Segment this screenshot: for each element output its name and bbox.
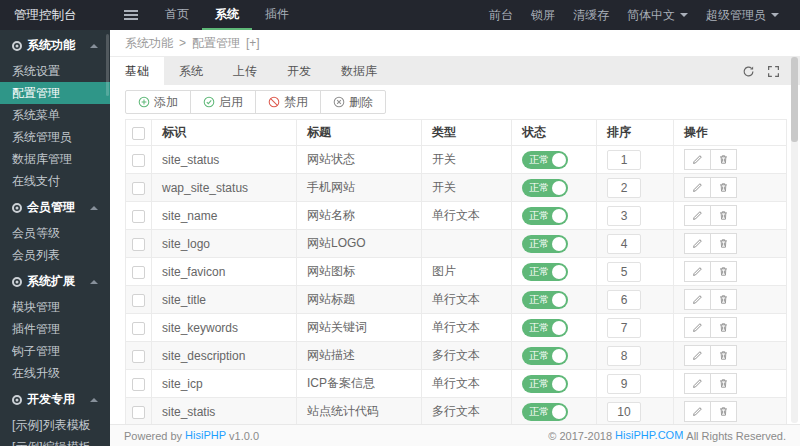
sidebar-item-system-settings[interactable]: 系统设置 [0, 60, 110, 82]
disable-button[interactable]: 禁用 [255, 91, 320, 113]
tab-basic[interactable]: 基础 [110, 57, 164, 85]
sidebar-item-hook-management[interactable]: 钩子管理 [0, 340, 110, 362]
nav-item-home[interactable]: 首页 [152, 0, 202, 30]
row-checkbox[interactable] [132, 378, 145, 391]
row-checkbox[interactable] [132, 154, 145, 167]
sidebar-item-module-management[interactable]: 模块管理 [0, 296, 110, 318]
user-dropdown[interactable]: 超级管理员 [697, 7, 788, 24]
frontend-link[interactable]: 前台 [480, 7, 522, 24]
delete-row-button[interactable] [710, 289, 737, 310]
sidebar-item-system-menu[interactable]: 系统菜单 [0, 104, 110, 126]
edit-button[interactable] [684, 261, 711, 282]
clear-cache-link[interactable]: 清缓存 [564, 7, 618, 24]
row-checkbox[interactable] [132, 266, 145, 279]
status-toggle[interactable]: 正常 [522, 151, 568, 169]
delete-row-button[interactable] [710, 205, 737, 226]
delete-row-button[interactable] [710, 177, 737, 198]
row-checkbox[interactable] [132, 182, 145, 195]
select-all-checkbox[interactable] [132, 127, 145, 140]
status-toggle[interactable]: 正常 [522, 235, 568, 253]
sort-input[interactable] [607, 290, 641, 310]
row-checkbox[interactable] [132, 294, 145, 307]
tab-database[interactable]: 数据库 [326, 57, 392, 85]
edit-button[interactable] [684, 373, 711, 394]
hisiphp-link[interactable]: HisiPHP [185, 429, 226, 441]
status-toggle[interactable]: 正常 [522, 179, 568, 197]
edit-button[interactable] [684, 345, 711, 366]
sidebar-item-plugin-management[interactable]: 插件管理 [0, 318, 110, 340]
nav-item-plugins[interactable]: 插件 [252, 0, 302, 30]
caret-down-icon [680, 13, 688, 17]
row-checkbox[interactable] [132, 210, 145, 223]
sidebar-section-system[interactable]: 系统功能 [0, 30, 110, 60]
sidebar-section-extensions[interactable]: 系统扩展 [0, 266, 110, 296]
edit-button[interactable] [684, 149, 711, 170]
sidebar-item-example-list-template[interactable]: [示例]列表模板 [0, 414, 110, 436]
status-toggle[interactable]: 正常 [522, 263, 568, 281]
tab-upload[interactable]: 上传 [218, 57, 272, 85]
delete-button[interactable]: 删除 [320, 91, 385, 113]
tab-system[interactable]: 系统 [164, 57, 218, 85]
sidebar-item-member-list[interactable]: 会员列表 [0, 244, 110, 266]
delete-row-button[interactable] [710, 317, 737, 338]
edit-button[interactable] [684, 205, 711, 226]
hisiphp-com-link[interactable]: HisiPHP.COM [615, 429, 683, 441]
sort-input[interactable] [607, 262, 641, 282]
row-checkbox[interactable] [132, 406, 145, 419]
sort-input[interactable] [607, 346, 641, 366]
sort-input[interactable] [607, 402, 641, 422]
edit-button[interactable] [684, 177, 711, 198]
status-toggle[interactable]: 正常 [522, 375, 568, 393]
sidebar-section-members[interactable]: 会员管理 [0, 192, 110, 222]
sidebar-item-online-payment[interactable]: 在线支付 [0, 170, 110, 192]
status-toggle[interactable]: 正常 [522, 403, 568, 421]
fullscreen-icon[interactable] [767, 65, 780, 78]
toggle-knob [552, 209, 566, 223]
sort-input[interactable] [607, 206, 641, 226]
status-toggle[interactable]: 正常 [522, 347, 568, 365]
edit-button[interactable] [684, 233, 711, 254]
delete-row-button[interactable] [710, 345, 737, 366]
sidebar-item-example-edit-template[interactable]: [示例]编辑模板 [0, 436, 110, 446]
sidebar-item-config-management[interactable]: 配置管理 [0, 82, 110, 104]
sort-input[interactable] [607, 150, 641, 170]
page-scrollbar[interactable] [791, 57, 798, 423]
cell-title: 手机网站 [297, 174, 422, 202]
refresh-icon[interactable] [742, 65, 755, 78]
status-toggle[interactable]: 正常 [522, 319, 568, 337]
sort-input[interactable] [607, 234, 641, 254]
sidebar-item-system-admins[interactable]: 系统管理员 [0, 126, 110, 148]
sidebar-toggle-button[interactable] [110, 0, 152, 30]
sidebar-item-database-management[interactable]: 数据库管理 [0, 148, 110, 170]
nav-item-system[interactable]: 系统 [202, 0, 252, 30]
sort-input[interactable] [607, 178, 641, 198]
delete-row-button[interactable] [710, 149, 737, 170]
delete-row-button[interactable] [710, 401, 737, 422]
status-toggle[interactable]: 正常 [522, 291, 568, 309]
breadcrumb-parent[interactable]: 系统功能 [125, 35, 173, 52]
row-checkbox[interactable] [132, 238, 145, 251]
scrollbar-thumb[interactable] [791, 57, 798, 142]
edit-button[interactable] [684, 401, 711, 422]
edit-button[interactable] [684, 317, 711, 338]
tab-develop[interactable]: 开发 [272, 57, 326, 85]
sidebar-scrollbar[interactable] [106, 34, 109, 96]
delete-row-button[interactable] [710, 233, 737, 254]
status-toggle[interactable]: 正常 [522, 207, 568, 225]
delete-row-button[interactable] [710, 261, 737, 282]
enable-button[interactable]: 启用 [190, 91, 255, 113]
table-row: site_favicon 网站图标 图片 正常 [126, 258, 787, 286]
sidebar-section-dev[interactable]: 开发专用 [0, 384, 110, 414]
row-checkbox[interactable] [132, 322, 145, 335]
add-button[interactable]: 添加 [126, 91, 190, 113]
sidebar-item-online-upgrade[interactable]: 在线升级 [0, 362, 110, 384]
lock-screen-link[interactable]: 锁屏 [522, 7, 564, 24]
delete-row-button[interactable] [710, 373, 737, 394]
breadcrumb-current[interactable]: 配置管理 [192, 35, 240, 52]
edit-button[interactable] [684, 289, 711, 310]
sort-input[interactable] [607, 374, 641, 394]
sidebar-item-member-levels[interactable]: 会员等级 [0, 222, 110, 244]
sort-input[interactable] [607, 318, 641, 338]
row-checkbox[interactable] [132, 350, 145, 363]
language-dropdown[interactable]: 简体中文 [618, 7, 697, 24]
